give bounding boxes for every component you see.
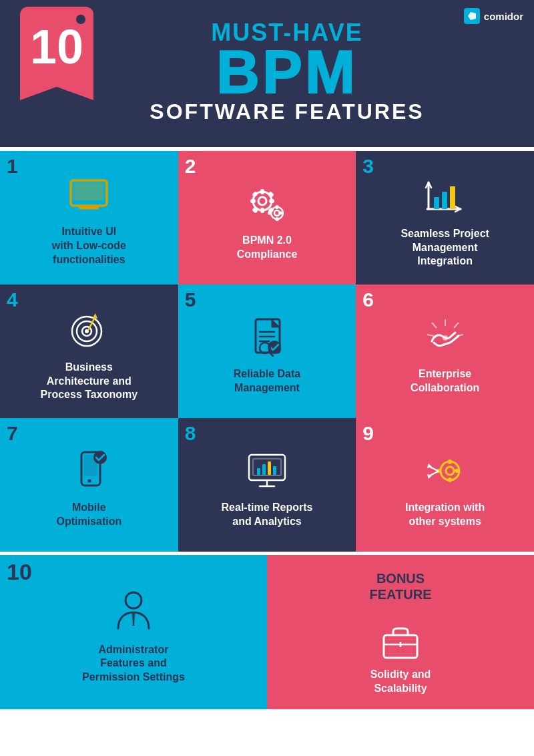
svg-rect-22 [278,212,282,215]
logo-text: comidor [484,11,523,22]
svg-line-48 [432,323,437,328]
bonus-header: BONUSFEATURE [370,570,432,608]
svg-rect-59 [268,461,271,475]
svg-rect-58 [262,464,266,475]
header-line2: BPM [150,45,424,100]
cell-10-number: 10 [7,560,32,583]
svg-rect-12 [269,199,274,203]
svg-rect-57 [257,468,260,475]
cell-8-number: 8 [185,423,196,443]
cell-7: 7 MobileOptimisation [0,418,178,552]
chart-icon [422,176,469,219]
cell-2-number: 2 [185,156,196,176]
cell-6: 6 EnterpriseCollaboration [356,285,534,418]
svg-rect-15 [268,191,274,198]
target-icon [65,309,112,353]
logo-icon [464,8,480,24]
scalability-icon [377,623,424,660]
cell-1: 1 Intuitive UIwith Low-codefunctionaliti… [0,151,178,285]
cell-4-number: 4 [7,290,18,310]
cell-8-label: Real-time Reportsand Analytics [222,501,313,529]
header-title: MUST-HAVE BPM SOFTWARE FEATURES [109,19,424,125]
svg-rect-19 [275,205,278,209]
svg-marker-37 [93,313,97,319]
svg-rect-30 [442,192,447,209]
cell-8: 8 Real-time Reportsand Analytics [178,418,356,552]
bonus-feature-label: Solidity andScalability [370,668,431,696]
svg-point-64 [446,467,454,475]
price-tag-shape: 10 [20,7,93,87]
price-tag-number: 10 [30,23,83,71]
svg-rect-31 [450,186,455,209]
svg-marker-0 [468,12,476,20]
cell-5: 5 Reliable DataManagement [178,285,356,418]
svg-point-35 [85,329,89,333]
svg-rect-20 [275,217,278,221]
cell-7-number: 7 [7,423,18,443]
svg-rect-68 [455,469,459,473]
cell-3: 3 Seamless ProjectManagementIntegration [356,151,534,285]
integration-icon [422,449,469,493]
cell-2: 2 BPMN 2.0Compliance [178,151,356,285]
cell-6-number: 6 [362,290,374,310]
cell-9-number: 9 [362,423,374,443]
cell-3-label: Seamless ProjectManagementIntegration [400,227,489,268]
cell-1-number: 1 [7,156,18,176]
bonus-label: BONUSFEATURE [370,570,432,602]
svg-rect-9 [260,189,264,194]
svg-rect-66 [448,478,452,482]
cell-10: 10 AdministratorFeatures andPermission S… [0,555,267,709]
svg-rect-10 [260,208,264,213]
cell-7-label: MobileOptimisation [56,501,121,529]
svg-point-73 [125,592,142,608]
cell-10-label: AdministratorFeatures andPermission Sett… [82,643,185,685]
svg-rect-21 [268,212,272,215]
header-line3: SOFTWARE FEATURES [150,100,424,124]
price-tag: 10 [20,7,93,93]
cell-5-label: Reliable DataManagement [234,367,300,395]
cell-9-label: Integration withother systems [405,501,485,529]
svg-line-46 [454,323,459,328]
cell-4: 4 BusinessArchitecture andProcess Taxono… [0,285,178,418]
mobile-icon [65,449,112,493]
monitor-icon [65,177,112,217]
cell-5-number: 5 [185,290,196,310]
analytics-icon [244,449,290,493]
cell-2-label: BPMN 2.0Compliance [237,234,298,262]
svg-point-8 [258,197,266,205]
features-grid: 1 Intuitive UIwith Low-codefunctionaliti… [0,151,534,552]
bonus-cell: BONUSFEATURE Solidity andScalability [267,555,534,709]
cell-1-label: Intuitive UIwith Low-codefunctionalities [52,225,126,266]
cell-4-label: BusinessArchitecture andProcess Taxonomy [41,361,138,402]
svg-rect-65 [448,459,452,464]
bottom-row: 10 AdministratorFeatures andPermission S… [0,555,534,709]
handshake-icon [422,316,469,359]
cell-3-number: 3 [362,156,374,176]
svg-rect-29 [434,197,439,209]
document-icon [244,316,290,359]
header-section: comidor 10 MUST-HAVE BPM SOFTWARE FEATUR… [0,0,534,147]
admin-icon [110,588,157,635]
gears-icon [244,182,290,226]
svg-line-49 [427,335,434,336]
cell-9: 9 Integration withother systems [356,418,534,552]
svg-rect-6 [75,184,103,200]
svg-rect-60 [273,466,276,475]
logo: comidor [464,8,523,24]
svg-marker-75 [131,614,136,622]
svg-rect-11 [250,199,256,203]
cell-6-label: EnterpriseCollaboration [411,367,479,395]
svg-point-50 [443,335,448,341]
svg-point-53 [88,480,91,483]
